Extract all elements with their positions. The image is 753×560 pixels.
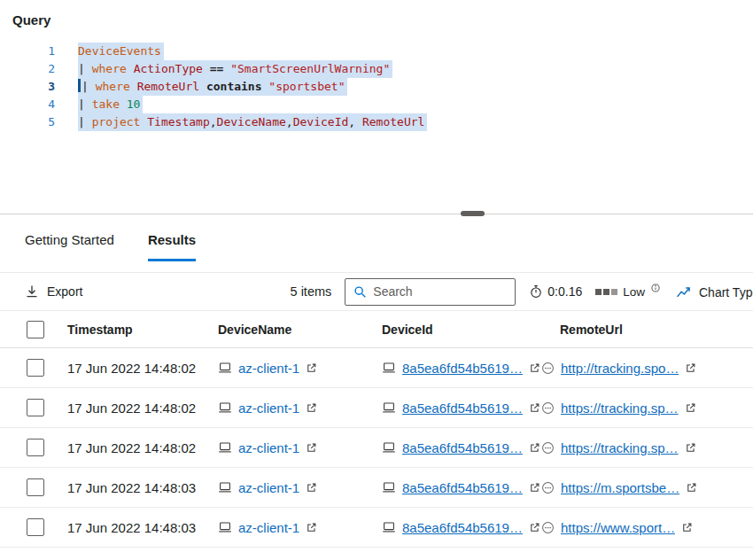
- open-in-new-icon[interactable]: [685, 362, 696, 374]
- table-row[interactable]: 17 Jun 2022 14:48:03az-client-18a5ea6fd5…: [0, 468, 753, 508]
- query-editor-section: Query 1DeviceEvents2| where ActionType =…: [0, 0, 753, 214]
- globe-icon: [541, 362, 555, 375]
- remote-url-link[interactable]: http://tracking.spo…: [561, 361, 679, 376]
- usage-level-squares: [595, 289, 617, 295]
- laptop-icon: [382, 520, 396, 534]
- timestamp-value: 17 Jun 2022 14:48:03: [67, 480, 196, 495]
- open-in-new-icon[interactable]: [529, 482, 540, 494]
- device-name-link[interactable]: az-client-1: [238, 440, 299, 455]
- results-table-body: 17 Jun 2022 14:48:02az-client-18a5ea6fd5…: [0, 348, 753, 548]
- resource-usage-indicator: Low: [595, 284, 660, 300]
- row-checkbox[interactable]: [27, 399, 44, 416]
- table-row[interactable]: 17 Jun 2022 14:48:02az-client-18a5ea6fd5…: [0, 428, 753, 468]
- timestamp-value: 17 Jun 2022 14:48:02: [67, 401, 196, 416]
- globe-icon: [541, 441, 555, 455]
- device-id-link[interactable]: 8a5ea6fd54b5619…: [402, 520, 523, 535]
- results-tabs: Getting StartedResults: [0, 214, 753, 261]
- remote-url-link[interactable]: https://www.sport…: [561, 520, 675, 535]
- chart-type-button[interactable]: Chart Type: [676, 284, 753, 299]
- open-in-new-icon[interactable]: [529, 362, 540, 374]
- laptop-icon: [218, 480, 232, 494]
- timestamp-value: 17 Jun 2022 14:48:02: [67, 361, 196, 376]
- column-header-deviceid[interactable]: DeviceId: [382, 323, 541, 337]
- column-header-remoteurl[interactable]: RemoteUrl: [541, 323, 753, 337]
- line-number: 2: [0, 60, 78, 78]
- open-in-new-icon[interactable]: [685, 442, 696, 454]
- resource-usage-label: Low: [623, 285, 645, 299]
- open-in-new-icon[interactable]: [681, 522, 693, 533]
- laptop-icon: [218, 361, 232, 375]
- line-number: 4: [0, 96, 78, 113]
- line-chart-icon: [676, 284, 691, 299]
- code-line[interactable]: 4| take 10: [0, 96, 753, 113]
- advanced-hunting-panel: Query 1DeviceEvents2| where ActionType =…: [0, 0, 753, 560]
- panel-resize-handle[interactable]: [461, 211, 485, 216]
- duration-value: 0:0.16: [547, 284, 582, 299]
- row-checkbox[interactable]: [27, 439, 44, 456]
- query-duration: 0:0.16: [529, 284, 582, 299]
- row-checkbox[interactable]: [27, 359, 44, 377]
- remote-url-link[interactable]: https://m.sportsbe…: [561, 480, 679, 495]
- device-id-link[interactable]: 8a5ea6fd54b5619…: [402, 480, 523, 495]
- search-box[interactable]: [345, 278, 516, 306]
- code-line[interactable]: 1DeviceEvents: [0, 43, 753, 60]
- tab-results[interactable]: Results: [148, 232, 196, 261]
- line-number: 1: [0, 43, 78, 60]
- laptop-icon: [218, 520, 232, 534]
- device-id-link[interactable]: 8a5ea6fd54b5619…: [402, 401, 523, 416]
- device-name-link[interactable]: az-client-1: [238, 480, 299, 495]
- column-header-devicename[interactable]: DeviceName: [218, 323, 382, 337]
- code-line[interactable]: 3| where RemoteUrl contains "sportsbet": [0, 78, 753, 96]
- laptop-icon: [382, 480, 396, 494]
- tab-getting-started[interactable]: Getting Started: [25, 232, 114, 261]
- code-line[interactable]: 5| project Timestamp,DeviceName,DeviceId…: [0, 113, 753, 131]
- open-in-new-icon[interactable]: [686, 482, 697, 494]
- table-row[interactable]: 17 Jun 2022 14:48:02az-client-18a5ea6fd5…: [0, 348, 753, 388]
- remote-url-link[interactable]: https://tracking.sp…: [561, 401, 679, 416]
- open-in-new-icon[interactable]: [529, 402, 540, 414]
- row-checkbox[interactable]: [27, 518, 44, 536]
- download-icon: [25, 284, 39, 299]
- text-cursor: [78, 79, 81, 92]
- select-all-checkbox[interactable]: [27, 321, 44, 338]
- export-button[interactable]: Export: [25, 284, 82, 299]
- open-in-new-icon[interactable]: [306, 442, 317, 454]
- code-line[interactable]: 2| where ActionType == "SmartScreenUrlWa…: [0, 60, 753, 78]
- open-in-new-icon[interactable]: [685, 402, 696, 414]
- kql-code-editor[interactable]: 1DeviceEvents2| where ActionType == "Sma…: [0, 43, 753, 131]
- timestamp-value: 17 Jun 2022 14:48:03: [67, 520, 196, 535]
- device-id-link[interactable]: 8a5ea6fd54b5619…: [402, 440, 523, 455]
- device-name-link[interactable]: az-client-1: [238, 520, 299, 535]
- open-in-new-icon[interactable]: [306, 402, 317, 414]
- device-id-link[interactable]: 8a5ea6fd54b5619…: [402, 361, 523, 376]
- results-toolbar: Export 5 items 0:0.16 Low Chart Type: [0, 272, 753, 311]
- table-row[interactable]: 17 Jun 2022 14:48:02az-client-18a5ea6fd5…: [0, 388, 753, 428]
- stopwatch-icon: [529, 284, 543, 299]
- laptop-icon: [218, 440, 232, 455]
- chart-type-label: Chart Type: [699, 284, 753, 299]
- items-count: 5 items: [291, 284, 332, 299]
- open-in-new-icon[interactable]: [306, 362, 317, 374]
- device-name-link[interactable]: az-client-1: [238, 401, 299, 416]
- search-input[interactable]: [373, 284, 507, 299]
- export-label: Export: [47, 284, 82, 299]
- device-name-link[interactable]: az-client-1: [238, 361, 299, 376]
- info-icon[interactable]: [651, 284, 660, 292]
- open-in-new-icon[interactable]: [306, 522, 317, 533]
- laptop-icon: [382, 440, 396, 455]
- open-in-new-icon[interactable]: [529, 522, 540, 533]
- open-in-new-icon[interactable]: [306, 482, 317, 494]
- column-header-timestamp[interactable]: Timestamp: [67, 323, 218, 337]
- laptop-icon: [218, 401, 232, 415]
- timestamp-value: 17 Jun 2022 14:48:02: [67, 440, 196, 455]
- remote-url-link[interactable]: https://tracking.sp…: [561, 440, 679, 455]
- row-checkbox[interactable]: [27, 478, 44, 496]
- open-in-new-icon[interactable]: [529, 442, 540, 454]
- line-number: 5: [0, 113, 78, 131]
- query-section-title: Query: [0, 0, 753, 27]
- laptop-icon: [382, 401, 396, 415]
- laptop-icon: [382, 361, 396, 375]
- globe-icon: [541, 401, 555, 415]
- table-header: Timestamp DeviceName DeviceId RemoteUrl: [0, 311, 753, 348]
- table-row[interactable]: 17 Jun 2022 14:48:03az-client-18a5ea6fd5…: [0, 508, 753, 548]
